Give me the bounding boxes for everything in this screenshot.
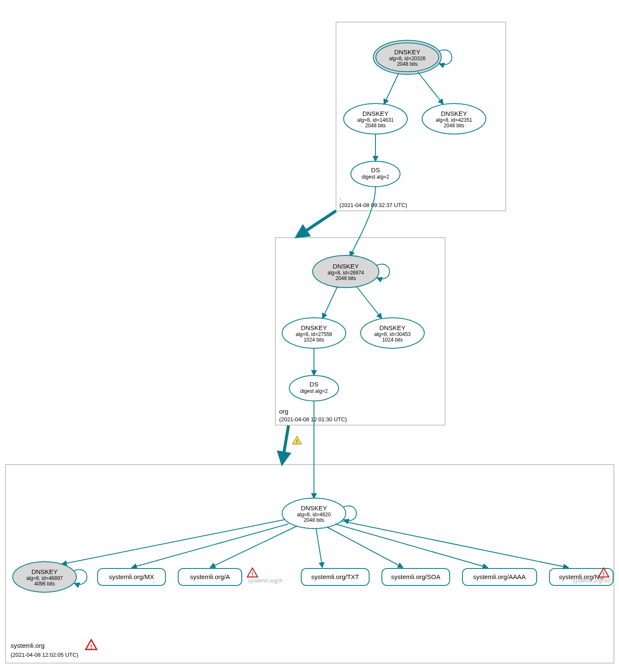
svg-text:1024 bits: 1024 bits — [304, 337, 325, 343]
svg-text:DNSKEY: DNSKEY — [31, 568, 58, 575]
node-org-zsk2: DNSKEY alg=8, id=30453 1024 bits — [361, 318, 424, 348]
zone-org-timestamp: (2021-04-08 12:01:30 UTC) — [279, 416, 347, 423]
edge — [322, 287, 337, 319]
svg-text:DNSKEY: DNSKEY — [333, 263, 359, 270]
svg-text:4096 bits: 4096 bits — [34, 581, 55, 587]
node-org-ksk: DNSKEY alg=8, id=26974 2048 bits — [313, 255, 389, 288]
svg-text:!: ! — [252, 571, 253, 577]
zone-root-name: . — [339, 193, 341, 201]
svg-text:DNSKEY: DNSKEY — [362, 110, 389, 117]
svg-text:alg=8, id=30453: alg=8, id=30453 — [374, 331, 411, 337]
svg-text:2048 bits: 2048 bits — [397, 61, 418, 67]
zone-systemli-warning-icon: ! — [86, 640, 97, 650]
svg-text:systemli.org/NS: systemli.org/NS — [572, 577, 611, 584]
rrset-mx: systemli.org/MX — [98, 568, 165, 585]
svg-text:systemli.org/AAAA: systemli.org/AAAA — [473, 573, 526, 580]
svg-text:digest alg=2: digest alg=2 — [300, 388, 328, 394]
edge-zone-org-systemli — [282, 426, 288, 463]
svg-text:DNSKEY: DNSKEY — [394, 48, 420, 56]
svg-text:alg=8, id=14631: alg=8, id=14631 — [357, 117, 394, 123]
rrset-a-warning: ! systemli.org/A — [247, 568, 283, 584]
edge — [356, 286, 382, 319]
svg-text:1024 bits: 1024 bits — [382, 337, 403, 343]
svg-text:2048 bits: 2048 bits — [304, 517, 325, 523]
edge — [350, 187, 375, 257]
edge — [335, 524, 488, 568]
node-root-ksk: DNSKEY alg=8, id=20326 2048 bits — [373, 40, 452, 74]
zone-systemli-timestamp: (2021-04-08 12:02:05 UTC) — [11, 652, 78, 658]
svg-text:alg=8, id=42351: alg=8, id=42351 — [436, 117, 472, 123]
svg-text:DNSKEY: DNSKEY — [441, 110, 467, 117]
zone-systemli: systemli.org (2021-04-08 12:02:05 UTC) — [6, 465, 614, 663]
node-root-zsk1: DNSKEY alg=8, id=14631 2048 bits — [344, 104, 407, 134]
svg-text:digest alg=2: digest alg=2 — [361, 174, 389, 180]
svg-text:alg=8, id=27558: alg=8, id=27558 — [296, 331, 332, 337]
node-org-zsk1: DNSKEY alg=8, id=27558 1024 bits — [282, 318, 346, 348]
node-systemli-ksk: DNSKEY alg=8, id=4620 2048 bits — [282, 498, 356, 529]
rrset-a: systemli.org/A — [178, 568, 242, 585]
edge — [342, 521, 569, 568]
svg-text:alg=8, id=20326: alg=8, id=20326 — [389, 56, 426, 62]
svg-text:DNSKEY: DNSKEY — [301, 324, 327, 331]
warning-icon: ! — [292, 436, 302, 445]
svg-text:2048 bits: 2048 bits — [365, 123, 386, 129]
rrset-aaaa: systemli.org/AAAA — [462, 568, 537, 585]
node-root-zsk2: DNSKEY alg=8, id=42351 2048 bits — [422, 104, 486, 134]
svg-text:alg=8, id=26974: alg=8, id=26974 — [328, 270, 364, 276]
edge — [384, 73, 399, 104]
svg-text:systemli.org/TXT: systemli.org/TXT — [311, 573, 359, 580]
svg-text:!: ! — [90, 643, 92, 650]
rrset-soa: systemli.org/SOA — [382, 568, 450, 585]
svg-text:DS: DS — [310, 381, 319, 388]
edge — [62, 520, 284, 564]
edge — [418, 72, 443, 104]
zone-systemli-name: systemli.org — [11, 642, 45, 649]
svg-text:2048 bits: 2048 bits — [336, 275, 356, 281]
edge-zone-root-org — [297, 211, 336, 237]
svg-text:alg=8, id=4620: alg=8, id=4620 — [297, 512, 331, 518]
svg-text:!: ! — [296, 439, 298, 445]
node-org-ds: DS digest alg=2 — [289, 375, 339, 401]
zone-org-name: org — [279, 408, 288, 415]
rrset-txt: systemli.org/TXT — [301, 568, 369, 585]
edge — [316, 529, 322, 568]
svg-text:!: ! — [603, 571, 605, 577]
svg-text:DNSKEY: DNSKEY — [379, 324, 406, 331]
node-root-ds: DS digest alg=2 — [351, 161, 400, 187]
edge — [327, 527, 403, 568]
node-systemli-zsk: DNSKEY alg=8, id=46897 4096 bits — [13, 562, 87, 592]
svg-text:2048 bits: 2048 bits — [444, 123, 465, 129]
svg-text:DS: DS — [371, 166, 380, 174]
svg-text:systemli.org/MX: systemli.org/MX — [109, 573, 154, 580]
svg-text:alg=8, id=46897: alg=8, id=46897 — [26, 575, 63, 581]
svg-text:systemli.org/SOA: systemli.org/SOA — [391, 573, 440, 580]
svg-text:systemli.org/A: systemli.org/A — [248, 577, 283, 584]
svg-text:systemli.org/A: systemli.org/A — [190, 573, 230, 580]
svg-rect-33 — [6, 465, 614, 663]
svg-text:DNSKEY: DNSKEY — [301, 504, 327, 512]
